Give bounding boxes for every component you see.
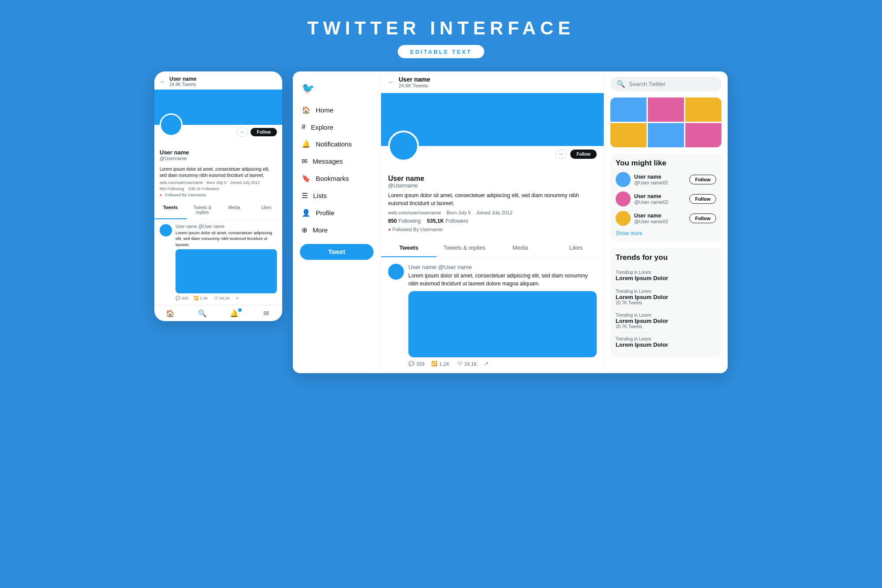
sidebar-item-profile[interactable]: 👤 Profile — [293, 204, 381, 221]
desktop-profile-tabs: Tweets Tweets & replies Media Likes — [381, 239, 604, 258]
mobile-header: ← User name 24.8K Tweets — [154, 71, 282, 90]
trend-tweets-2: 20.7K Tweets — [616, 300, 716, 305]
desktop-share-action[interactable]: ↗ — [484, 361, 488, 367]
tweet-button[interactable]: Tweet — [300, 244, 374, 260]
desktop-followed-by: ● Followed By Username — [388, 227, 597, 232]
color-cell-6 — [685, 123, 721, 147]
mobile-header-tweet-count: 24.8K Tweets — [169, 82, 277, 87]
desktop-header-tweet-count: 24.8K Tweets — [399, 83, 430, 88]
color-grid — [610, 97, 721, 147]
sidebar-item-lists[interactable]: ☰ Lists — [293, 187, 381, 204]
share-action[interactable]: ↗ — [235, 296, 239, 300]
mobile-nav-messages[interactable]: ✉ — [250, 309, 283, 318]
desktop-tweet-image — [408, 291, 597, 357]
sidebar-item-notifications[interactable]: 🔔 Notifications — [293, 135, 381, 153]
sidebar-lists-label: Lists — [313, 192, 327, 199]
trend-name-1: Lorem Ipsum Dolor — [616, 275, 716, 281]
like-action[interactable]: 🤍 24,1K — [213, 296, 230, 300]
you-might-like-title: You might like — [616, 159, 716, 168]
mobile-tweet: User name @User name Lorem ipsum dolor s… — [154, 220, 282, 305]
retweet-action[interactable]: 🔁 1,1K — [194, 296, 208, 300]
suggest-handle-3: @User name02 — [634, 219, 686, 224]
desktop-sidebar: 🐦 🏠 Home # Explore 🔔 Notifications ✉ Mes… — [293, 71, 381, 373]
suggest-info-1: User name @User name02 — [634, 174, 686, 185]
sidebar-item-more[interactable]: ⊕ More — [293, 221, 381, 239]
mobile-tabs: Tweets Tweets & replies Media Likes — [154, 202, 282, 220]
tweet-handle: @User name — [198, 224, 224, 229]
desktop-profile-stats: 850 Following 535,1K Followers — [388, 218, 597, 224]
mobile-avatar — [160, 113, 183, 136]
desktop-tab-media[interactable]: Media — [493, 239, 548, 257]
desktop-profile-born: Born July 9 — [446, 210, 471, 215]
desktop-back-button[interactable]: ← — [388, 79, 394, 86]
tweet-user-line: User name @User name — [176, 224, 277, 229]
desktop-reply-action[interactable]: 💬 329 — [408, 361, 424, 367]
sidebar-messages-label: Messages — [313, 157, 343, 165]
desktop-like-action[interactable]: 🤍 24,1K — [456, 361, 477, 367]
trends-title: Trends for you — [616, 253, 716, 262]
show-more-link[interactable]: Show more — [616, 230, 716, 236]
suggest-follow-3[interactable]: Follow — [689, 213, 716, 223]
desktop-more-button[interactable]: ··· — [555, 150, 567, 159]
messages-icon: ✉ — [302, 157, 307, 165]
mobile-header-username: User name — [169, 76, 277, 82]
mobile-nav-home[interactable]: 🏠 — [154, 309, 187, 318]
desktop-tweet-avatar — [388, 264, 404, 280]
desktop-profile-info: User name @Username Lorem ipsum dolor si… — [388, 175, 597, 239]
desktop-tab-replies[interactable]: Tweets & replies — [437, 239, 492, 257]
desktop-following-stat: 850 Following — [388, 218, 421, 224]
color-cell-2 — [648, 97, 684, 122]
desktop-tab-likes[interactable]: Likes — [548, 239, 604, 257]
mobile-nav-search[interactable]: 🔍 — [187, 309, 219, 318]
desktop-profile-meta: web.com/user/username Born July 9 Joined… — [388, 210, 597, 215]
trend-label-4: Trending in Lorem — [616, 337, 716, 341]
sidebar-more-label: More — [313, 226, 328, 234]
mobile-user-handle: @Username — [160, 156, 277, 161]
mobile-tab-likes[interactable]: Likes — [250, 202, 283, 219]
mobile-tab-tweets[interactable]: Tweets — [154, 202, 187, 219]
mobile-nav-notifications[interactable]: 🔔 — [218, 309, 250, 318]
desktop-profile-header-info: User name 24.8K Tweets — [399, 76, 430, 88]
trend-item-3: Trending in Lorem Lorem Ipsum Dolor 20.7… — [616, 309, 716, 333]
tweet-text: Lorem ipsum dolor sit amet, consectetuer… — [176, 230, 277, 247]
suggestion-2: User name @User name02 Follow — [616, 191, 716, 206]
suggest-handle-1: @User name02 — [634, 180, 686, 185]
desktop-profile-handle: @Username — [388, 183, 597, 189]
suggest-follow-2[interactable]: Follow — [689, 194, 716, 204]
sidebar-item-bookmarks[interactable]: 🔖 Bookmarks — [293, 170, 381, 187]
suggest-avatar-2 — [616, 191, 631, 206]
suggest-info-3: User name @User name02 — [634, 213, 686, 224]
sidebar-profile-label: Profile — [316, 209, 335, 217]
desktop-profile-section: ··· Follow User name @Username Lorem ips… — [381, 146, 604, 239]
explore-icon: # — [302, 123, 306, 131]
desktop-tab-tweets[interactable]: Tweets — [381, 239, 437, 257]
desktop-follow-button[interactable]: Follow — [570, 150, 597, 159]
you-might-like-section: You might like User name @User name02 Fo… — [610, 154, 721, 242]
desktop-profile-header: ← User name 24.8K Tweets — [381, 71, 604, 93]
trends-section: Trends for you Trending in Lorem Lorem I… — [610, 248, 721, 357]
reply-action[interactable]: 💬 325 — [176, 296, 188, 300]
mobile-tab-media[interactable]: Media — [218, 202, 250, 219]
trend-label-2: Trending in Lorem — [616, 289, 716, 294]
suggest-follow-1[interactable]: Follow — [689, 175, 716, 184]
follow-button[interactable]: Follow — [250, 128, 277, 136]
trend-name-4: Lorem Ipsum Dolor — [616, 341, 716, 348]
search-icon: 🔍 — [617, 80, 625, 88]
desktop-profile-bio: Lorem ipsum dolor sit amet, consectetuer… — [388, 191, 597, 207]
mobile-tab-replies[interactable]: Tweets & replies — [187, 202, 219, 219]
editable-badge: EDITABLE TEXT — [398, 45, 484, 58]
desktop-tweet-body: User name @User name Lorem ipsum dolor s… — [408, 264, 597, 367]
mobile-back-button[interactable]: ← — [160, 78, 166, 85]
sidebar-item-messages[interactable]: ✉ Messages — [293, 153, 381, 170]
page-title: TWITTER INTERFACE — [307, 18, 575, 39]
more-icon: ⊕ — [302, 226, 307, 234]
desktop-retweet-action[interactable]: 🔁 1,1K — [431, 361, 449, 367]
mobile-user-info: User name @Username — [154, 137, 282, 165]
mobile-stats: 850 Following 535,1K Followers — [160, 187, 277, 191]
search-input[interactable] — [629, 81, 715, 87]
sidebar-item-explore[interactable]: # Explore — [293, 119, 381, 135]
more-button[interactable]: ··· — [236, 127, 248, 137]
sidebar-item-home[interactable]: 🏠 Home — [293, 101, 381, 119]
editable-badge-text: EDITABLE TEXT — [410, 49, 472, 55]
mobile-followed-by: ● Followed By Username — [160, 193, 277, 197]
